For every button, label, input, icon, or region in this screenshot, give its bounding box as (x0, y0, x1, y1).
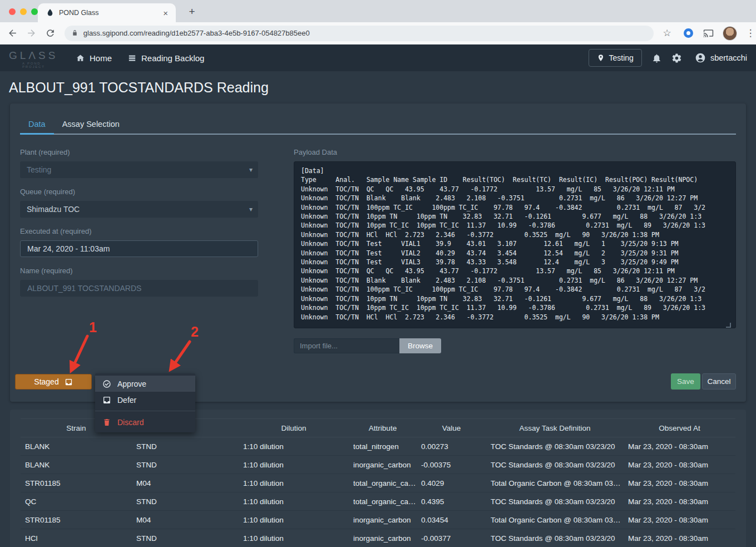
nav-item-home[interactable]: Home (76, 53, 112, 63)
queue-select[interactable]: Shimadzu TOC ▾ (20, 201, 258, 218)
table-row[interactable]: BLANKSTND1:10 dilutiontotal_nitrogen0.00… (21, 437, 735, 456)
cell-strain: STR01185 (21, 474, 132, 492)
staged-status-button[interactable]: Staged (15, 374, 92, 390)
window-close-button[interactable] (9, 8, 16, 15)
refresh-button[interactable] (41, 24, 60, 43)
cell-attribute: total_organic_ca… (349, 474, 417, 492)
resize-grip-icon[interactable] (726, 323, 731, 328)
name-input[interactable] (20, 280, 258, 297)
cell-attribute: total_nitrogen (349, 437, 417, 456)
cell-value: 0.03454 (417, 511, 486, 529)
browser-menu-icon[interactable]: ⋮ (745, 27, 756, 39)
payload-label: Payload Data (294, 148, 736, 156)
executed-at-label: Executed at (required) (20, 227, 258, 235)
cell-observed-at: Mar 23, 2020 - 08:30am (624, 456, 735, 474)
plant-select[interactable]: Testing ▾ (20, 161, 258, 178)
cast-icon[interactable] (703, 28, 714, 38)
cell-assay-task: TOC Standards @ 08:30am 03/23/20 (486, 492, 624, 511)
cell-attribute: inorganic_carbon (349, 529, 417, 547)
cell-media: STND (132, 437, 239, 456)
site-favicon-icon (46, 8, 55, 17)
cell-dilution: 1:10 dilution (239, 492, 349, 511)
back-button[interactable] (3, 24, 22, 43)
cell-value: -0.00377 (417, 529, 486, 547)
person-icon (695, 52, 706, 63)
menu-item-approve[interactable]: Approve (95, 376, 195, 392)
import-file-row: Browse (294, 338, 736, 353)
chevron-down-icon: ▾ (249, 205, 253, 213)
tab-assay-selection[interactable]: Assay Selection (54, 115, 128, 134)
home-icon (76, 53, 85, 63)
browser-tab[interactable]: POND Glass × (38, 3, 176, 22)
cell-strain: QC (21, 492, 132, 511)
tab-title: POND Glass (59, 9, 161, 17)
payload-textarea[interactable]: [Data] Type Anal. Sample Name Sample ID … (294, 161, 736, 328)
brand-text: GLΛSS (9, 49, 60, 62)
cell-dilution: 1:10 dilution (239, 529, 349, 547)
check-circle-icon (102, 380, 111, 388)
col-header-observed-at: Observed At (624, 419, 735, 437)
cell-attribute: inorganic_carbon (349, 456, 417, 474)
window-minimize-button[interactable] (20, 8, 27, 15)
app-navbar: GLΛSS A POND PROJECT Home Reading Backlo… (0, 45, 756, 71)
cell-attribute: inorganic_carbon (349, 511, 417, 529)
table-row[interactable]: STR01185M041:10 dilutioninorganic_carbon… (21, 511, 735, 529)
cancel-button[interactable]: Cancel (702, 373, 736, 390)
table-row[interactable]: BLANKSTND1:10 dilutioninorganic_carbon-0… (21, 456, 735, 474)
cell-value: 0.4029 (417, 474, 486, 492)
plant-selector-button[interactable]: Testing (589, 49, 642, 67)
col-header-attribute: Attribute (349, 419, 417, 437)
chevron-down-icon: ▾ (249, 166, 253, 174)
username-label: sbertacchi (710, 53, 747, 62)
address-bar[interactable]: glass.sgipond.com/reading/d1eb2577-aba3-… (65, 26, 654, 41)
page-title: ALBOUT_991 TOCSTANDARDS Reading (9, 80, 269, 96)
menu-item-discard[interactable]: Discard (95, 414, 195, 430)
cell-dilution: 1:10 dilution (239, 456, 349, 474)
settings-button[interactable] (671, 53, 682, 63)
table-row[interactable]: STR01185M041:10 dilutiontotal_organic_ca… (21, 474, 735, 492)
lock-icon (71, 29, 78, 37)
cell-observed-at: Mar 23, 2020 - 08:30am (624, 529, 735, 547)
cell-assay-task: TOC Standards @ 08:30am 03/23/20 (486, 437, 624, 456)
new-tab-button[interactable]: + (186, 6, 198, 18)
window-controls (9, 8, 38, 15)
tab-strip: POND Glass × + (0, 0, 756, 22)
trash-icon (102, 418, 111, 427)
map-pin-icon (597, 54, 605, 62)
extension-icon[interactable] (684, 28, 693, 38)
profile-avatar[interactable] (723, 26, 737, 41)
table-row[interactable]: QCSTND1:10 dilutiontotal_organic_ca…0.43… (21, 492, 735, 511)
nav-item-label: Home (90, 53, 112, 63)
forward-button[interactable] (22, 24, 41, 43)
window-zoom-button[interactable] (31, 8, 38, 15)
executed-at-input[interactable] (20, 240, 258, 257)
queue-label: Queue (required) (20, 188, 258, 196)
nav-item-label: Reading Backlog (141, 53, 204, 63)
col-header-assay-task: Assay Task Definition (486, 419, 624, 437)
tab-close-icon[interactable]: × (161, 8, 170, 18)
cell-value: -0.00375 (417, 456, 486, 474)
table-row[interactable]: HClSTND1:10 dilutioninorganic_carbon-0.0… (21, 529, 735, 547)
notifications-button[interactable] (651, 53, 662, 63)
cell-dilution: 1:10 dilution (239, 437, 349, 456)
glass-logo[interactable]: GLΛSS A POND PROJECT (9, 49, 60, 67)
save-button[interactable]: Save (671, 373, 700, 390)
nav-item-reading-backlog[interactable]: Reading Backlog (127, 53, 204, 63)
menu-item-defer[interactable]: Defer (95, 392, 195, 408)
cell-observed-at: Mar 23, 2020 - 08:30am (624, 511, 735, 529)
bookmark-star-icon[interactable]: ☆ (660, 27, 674, 39)
import-file-input[interactable] (294, 338, 399, 353)
inbox-icon (65, 378, 73, 386)
menu-divider (95, 411, 195, 411)
cell-attribute: total_organic_ca… (349, 492, 417, 511)
reading-card: Data Assay Selection Plant (required) Te… (10, 104, 746, 402)
tab-data[interactable]: Data (20, 115, 54, 135)
cell-dilution: 1:10 dilution (239, 511, 349, 529)
cell-media: M04 (132, 511, 239, 529)
user-menu[interactable]: sbertacchi (695, 52, 747, 63)
cell-assay-task: Total Organic Carbon @ 08:30am 03… (486, 511, 624, 529)
queue-value: Shimadzu TOC (27, 205, 80, 214)
cell-strain: BLANK (21, 456, 132, 474)
cell-value: 0.4395 (417, 492, 486, 511)
browse-button[interactable]: Browse (399, 338, 441, 353)
